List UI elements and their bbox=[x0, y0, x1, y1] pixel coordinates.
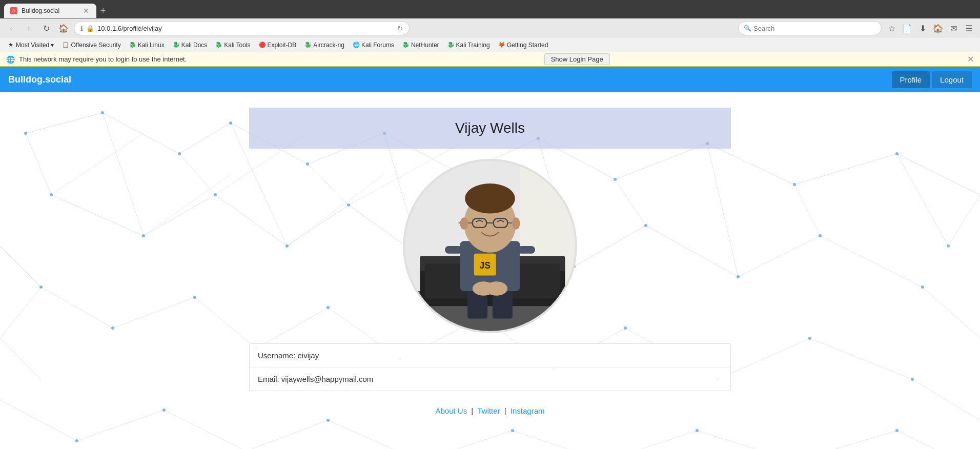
svg-point-113 bbox=[895, 429, 899, 432]
notification-close-button[interactable]: ✕ bbox=[967, 54, 974, 64]
browser-chrome: A Bulldog.social ✕ + ‹ › ↻ 🏠 ℹ 🔒 10.0.1.… bbox=[0, 0, 980, 67]
svg-line-2 bbox=[179, 123, 231, 154]
bookmark-getting-started[interactable]: 🦊 Getting Started bbox=[495, 40, 552, 50]
tab-bar: A Bulldog.social ✕ + bbox=[0, 0, 980, 18]
svg-line-52 bbox=[164, 410, 246, 449]
svg-line-11 bbox=[897, 154, 980, 195]
svg-point-92 bbox=[39, 285, 43, 289]
address-bar[interactable]: ℹ 🔒 10.0.1.6/profile/eivijay ↻ bbox=[74, 21, 410, 35]
network-icon: 🌐 bbox=[6, 55, 15, 64]
bookmark-kali-docs[interactable]: 🐉 Kali Docs bbox=[170, 40, 211, 50]
svg-line-45 bbox=[51, 133, 144, 195]
svg-point-89 bbox=[737, 275, 740, 278]
bookmark-kali-training[interactable]: 🐉 Kali Training bbox=[444, 40, 493, 50]
bookmark-label: Exploit-DB bbox=[268, 42, 297, 49]
search-box[interactable]: 🔍 bbox=[738, 21, 882, 35]
bookmark-most-visited[interactable]: ★ Most Visited ▾ bbox=[4, 40, 57, 50]
svg-point-104 bbox=[75, 439, 78, 442]
svg-line-12 bbox=[51, 195, 144, 236]
svg-text:JS: JS bbox=[479, 260, 491, 271]
svg-line-22 bbox=[820, 236, 923, 287]
footer-sep-2: | bbox=[504, 406, 508, 415]
twitter-link[interactable]: Twitter bbox=[477, 406, 500, 415]
svg-line-34 bbox=[41, 287, 113, 328]
home-button[interactable]: 🏠 bbox=[56, 21, 71, 35]
logout-nav-button[interactable]: Logout bbox=[932, 71, 972, 88]
bookmark-kali-linux[interactable]: 🐉 Kali Linux bbox=[126, 40, 168, 50]
bookmark-label: Aircrack-ng bbox=[313, 42, 344, 49]
bookmark-aircrack[interactable]: 🐉 Aircrack-ng bbox=[301, 40, 348, 50]
bookmark-kali-forums[interactable]: 🌐 Kali Forums bbox=[350, 40, 397, 50]
svg-point-80 bbox=[50, 193, 53, 196]
new-tab-button[interactable]: + bbox=[96, 4, 110, 18]
pocket-button[interactable]: 📄 bbox=[900, 21, 914, 35]
svg-line-23 bbox=[26, 133, 51, 195]
svg-line-51 bbox=[77, 410, 164, 441]
profile-content: Vijay Wells bbox=[249, 108, 731, 446]
bookmark-exploit-db[interactable]: 🔴 Exploit-DB bbox=[256, 40, 300, 50]
bookmark-label: Kali Docs bbox=[181, 42, 208, 49]
exploit-db-icon: 🔴 bbox=[259, 42, 266, 49]
about-us-link[interactable]: About Us bbox=[435, 406, 467, 415]
app-container: Bulldog.social Profile Logout bbox=[0, 67, 980, 449]
svg-rect-128 bbox=[445, 246, 462, 254]
svg-line-10 bbox=[794, 154, 897, 185]
svg-point-140 bbox=[460, 217, 468, 229]
reload-button[interactable]: ↻ bbox=[39, 21, 53, 35]
bookmark-label: Kali Linux bbox=[138, 42, 165, 49]
svg-point-70 bbox=[178, 152, 181, 155]
svg-line-0 bbox=[26, 113, 103, 133]
profile-name: Vijay Wells bbox=[261, 120, 719, 136]
bookmark-label: Kali Training bbox=[456, 42, 490, 49]
search-input[interactable] bbox=[753, 25, 856, 32]
mail-button[interactable]: ✉ bbox=[946, 21, 961, 35]
forward-button[interactable]: › bbox=[22, 21, 36, 35]
svg-point-91 bbox=[921, 285, 924, 289]
bookmark-offensive-security[interactable]: 📋 Offensive Security bbox=[59, 40, 124, 50]
bookmark-nethunter[interactable]: 🐉 NetHunter bbox=[399, 40, 442, 50]
offensive-security-icon: 📋 bbox=[62, 42, 69, 49]
reload-small-icon: ↻ bbox=[397, 25, 403, 32]
svg-point-103 bbox=[911, 378, 914, 381]
profile-nav-button[interactable]: Profile bbox=[892, 71, 930, 88]
menu-button[interactable]: ☰ bbox=[962, 21, 976, 35]
back-button[interactable]: ‹ bbox=[4, 21, 18, 35]
svg-point-79 bbox=[895, 152, 899, 155]
svg-line-50 bbox=[0, 400, 77, 441]
profile-header-box: Vijay Wells bbox=[249, 108, 731, 149]
bookmark-star-button[interactable]: ☆ bbox=[885, 21, 899, 35]
svg-point-105 bbox=[162, 409, 166, 412]
lock-icon: 🔒 bbox=[86, 25, 94, 32]
svg-point-82 bbox=[214, 193, 217, 196]
address-bar-row: ‹ › ↻ 🏠 ℹ 🔒 10.0.1.6/profile/eivijay ↻ 🔍… bbox=[0, 18, 980, 38]
search-icon: 🔍 bbox=[744, 25, 751, 32]
tab-close-button[interactable]: ✕ bbox=[82, 7, 90, 15]
kali-training-icon: 🐉 bbox=[447, 42, 455, 49]
svg-line-62 bbox=[923, 287, 980, 338]
bookmark-kali-tools[interactable]: 🐉 Kali Tools bbox=[212, 40, 253, 50]
instagram-link[interactable]: Instagram bbox=[511, 406, 545, 415]
nethunter-icon: 🐉 bbox=[402, 42, 410, 49]
svg-point-93 bbox=[111, 326, 114, 330]
svg-point-78 bbox=[793, 183, 796, 186]
notification-text: This network may require you to login to… bbox=[19, 55, 187, 63]
svg-point-141 bbox=[512, 217, 520, 229]
svg-line-61 bbox=[948, 195, 980, 246]
svg-point-102 bbox=[808, 337, 811, 340]
svg-line-13 bbox=[144, 195, 215, 236]
show-login-button[interactable]: Show Login Page bbox=[544, 53, 610, 65]
svg-line-44 bbox=[810, 338, 912, 379]
svg-point-114 bbox=[947, 244, 950, 248]
home-toolbar-button[interactable]: 🏠 bbox=[931, 21, 945, 35]
active-tab[interactable]: A Bulldog.social ✕ bbox=[4, 4, 96, 18]
svg-line-65 bbox=[0, 246, 41, 287]
download-button[interactable]: ⬇ bbox=[915, 21, 930, 35]
page-background: Vijay Wells bbox=[0, 92, 980, 449]
svg-point-131 bbox=[485, 281, 507, 295]
svg-line-25 bbox=[179, 154, 215, 195]
aircrack-icon: 🐉 bbox=[304, 42, 312, 49]
kali-docs-icon: 🐉 bbox=[173, 42, 180, 49]
getting-started-icon: 🦊 bbox=[498, 42, 505, 49]
kali-tools-icon: 🐉 bbox=[215, 42, 222, 49]
app-brand[interactable]: Bulldog.social bbox=[8, 74, 892, 85]
